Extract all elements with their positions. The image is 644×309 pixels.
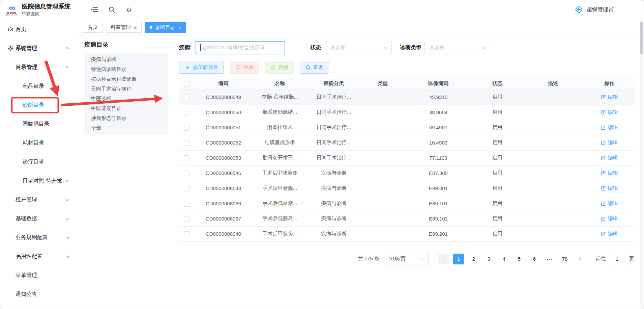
row-checkbox[interactable] bbox=[184, 140, 189, 146]
row-checkbox[interactable] bbox=[184, 231, 189, 237]
catalog-list: 疾病与诊断特慢病诊断目录按病种目录付费诊断日间手术治疗病种中医诊断中医证候目录肿… bbox=[84, 53, 168, 134]
edit-button[interactable]: 编辑 bbox=[601, 124, 618, 131]
collapse-menu-icon[interactable] bbox=[90, 6, 98, 13]
edit-button[interactable]: 编辑 bbox=[601, 94, 618, 100]
row-checkbox[interactable] bbox=[184, 171, 189, 176]
chevron-down-icon bbox=[420, 256, 424, 260]
cell-type bbox=[361, 135, 405, 150]
cell-code: CD0000008040 bbox=[194, 226, 253, 241]
select-all-checkbox[interactable] bbox=[184, 81, 189, 87]
row-checkbox[interactable] bbox=[184, 95, 189, 100]
notification-bell-icon[interactable] bbox=[125, 6, 133, 13]
column-header: 操作 bbox=[583, 78, 635, 89]
sidebar-item-label: 国临码目录 bbox=[23, 121, 50, 128]
add-item-button[interactable]: ＋ 添加新项目 bbox=[179, 61, 224, 74]
edit-button[interactable]: 编辑 bbox=[601, 139, 618, 146]
page-button[interactable]: 4 bbox=[499, 254, 509, 264]
sidebar-item[interactable]: 基础数据 bbox=[0, 209, 76, 228]
catalog-list-item[interactable]: 特慢病诊断目录 bbox=[84, 64, 168, 74]
edit-button[interactable]: 编辑 bbox=[601, 231, 618, 237]
cell-type bbox=[361, 181, 405, 196]
row-checkbox[interactable] bbox=[184, 110, 189, 115]
edit-button[interactable]: 编辑 bbox=[601, 215, 618, 222]
sidebar-item[interactable]: 诊疗目录 bbox=[0, 152, 76, 171]
page-button[interactable]: 3 bbox=[484, 254, 494, 264]
sidebar-item[interactable]: 菜单管理 bbox=[0, 266, 76, 285]
cell-status: 启用 bbox=[472, 135, 523, 150]
page-size-select[interactable]: 10条/页 bbox=[384, 253, 429, 265]
chevron-left-icon bbox=[442, 257, 446, 261]
catalog-list-item[interactable]: 全部 bbox=[84, 123, 168, 133]
catalog-list-item[interactable]: 按病种目录付费诊断 bbox=[84, 74, 168, 84]
table-row: CD0000008040 手术后甲状旁... 疾病与诊断 E89.201 启用 bbox=[179, 226, 635, 241]
scrollbar-track[interactable] bbox=[640, 20, 643, 307]
tab[interactable]: 首页 bbox=[83, 22, 103, 33]
cell-code: CD0000008033 bbox=[194, 181, 253, 196]
status-select[interactable]: 请选择 bbox=[326, 41, 392, 54]
sidebar-item[interactable]: 首页 bbox=[0, 20, 76, 39]
sidebar-item[interactable]: 药品目录 bbox=[0, 77, 76, 96]
catalog-list-item[interactable]: 日间手术治疗病种 bbox=[84, 84, 168, 94]
page-button[interactable]: 6 bbox=[529, 254, 540, 264]
sidebar-item[interactable]: 通知公告 bbox=[0, 285, 76, 304]
status-filter-label: 状态 bbox=[310, 44, 321, 51]
cell-insurance-code: E89.102 bbox=[405, 211, 472, 226]
catalog-list-item[interactable]: 肿瘤形态学目录 bbox=[84, 113, 168, 123]
catalog-list-item[interactable]: 中医诊断 bbox=[84, 94, 168, 103]
sidebar-item[interactable]: 目录管理 bbox=[0, 58, 76, 77]
row-checkbox[interactable] bbox=[184, 216, 189, 222]
catalog-list-item[interactable]: 疾病与诊断 bbox=[84, 54, 168, 64]
goto-label: 前往 bbox=[596, 256, 606, 262]
row-checkbox[interactable] bbox=[184, 125, 189, 131]
scrollbar-thumb[interactable] bbox=[640, 22, 643, 54]
enable-button[interactable]: 启用 bbox=[265, 61, 294, 74]
edit-icon bbox=[601, 216, 606, 221]
edit-button[interactable]: 编辑 bbox=[601, 109, 618, 115]
next-page-button[interactable] bbox=[575, 254, 585, 264]
edit-button[interactable]: 编辑 bbox=[601, 200, 618, 207]
sidebar-item[interactable]: 系统管理 bbox=[0, 39, 76, 58]
user-block[interactable]: 超级管理员 bbox=[575, 5, 644, 14]
cell-name: 手术后甲状腺瘘 bbox=[253, 165, 307, 181]
cell-name: 泪道挂线术 bbox=[253, 120, 307, 135]
page-button[interactable]: 1 bbox=[453, 254, 464, 264]
sidebar-item[interactable]: 租户管理 bbox=[0, 190, 76, 209]
sidebar-item-label: 菜单管理 bbox=[16, 272, 37, 279]
tab[interactable]: 科室管理 bbox=[106, 22, 142, 33]
close-tab-icon[interactable] bbox=[178, 25, 181, 30]
page-button[interactable]: 2 bbox=[468, 254, 479, 264]
sidebar-item[interactable]: 业务规则配置 bbox=[0, 228, 76, 247]
cell-status: 启用 bbox=[472, 120, 523, 135]
page-button[interactable]: ••• bbox=[544, 254, 555, 264]
sidebar-item[interactable]: 诊断目录 bbox=[0, 96, 76, 114]
cell-status: 启用 bbox=[472, 226, 523, 241]
cell-description bbox=[523, 89, 583, 105]
search-icon[interactable] bbox=[108, 6, 115, 13]
tab[interactable]: 诊断目录 bbox=[145, 22, 186, 33]
catalog-list-item[interactable]: 中医证候目录 bbox=[84, 103, 168, 113]
edit-button[interactable]: 编辑 bbox=[601, 155, 618, 161]
active-dot-icon bbox=[150, 26, 152, 29]
query-button[interactable]: 查询 bbox=[300, 61, 329, 74]
cell-disease-category: 疾病与诊断 bbox=[307, 196, 361, 211]
app-title: 医院信息管理系统 bbox=[22, 3, 70, 10]
sidebar-item[interactable]: 国临码目录 bbox=[0, 114, 76, 133]
disable-button[interactable]: 停用 bbox=[230, 61, 259, 74]
sidebar-item[interactable]: 目录对照-待开发 bbox=[0, 171, 76, 190]
diagnosis-type-select[interactable]: 请选择 bbox=[425, 41, 490, 54]
edit-button[interactable]: 编辑 bbox=[601, 185, 618, 191]
prev-page-button[interactable] bbox=[438, 254, 449, 264]
cell-name: 肋骨切开术不... bbox=[253, 150, 307, 165]
page-button[interactable]: 5 bbox=[514, 254, 525, 264]
edit-button[interactable]: 编辑 bbox=[601, 170, 618, 176]
page-button[interactable]: 78 bbox=[559, 254, 570, 264]
sidebar-item[interactable]: 易用性配置 bbox=[0, 247, 76, 266]
goto-page-input[interactable] bbox=[609, 253, 625, 265]
chevron-icon bbox=[65, 178, 69, 182]
sidebar-item[interactable]: 耗材目录 bbox=[0, 133, 76, 152]
row-checkbox[interactable] bbox=[184, 186, 189, 191]
row-checkbox[interactable] bbox=[184, 201, 189, 207]
disease-search-input[interactable]: 名称/ICD10编码/拼音助记码 bbox=[196, 41, 285, 54]
close-tab-icon[interactable] bbox=[134, 25, 137, 30]
row-checkbox[interactable] bbox=[184, 155, 189, 161]
